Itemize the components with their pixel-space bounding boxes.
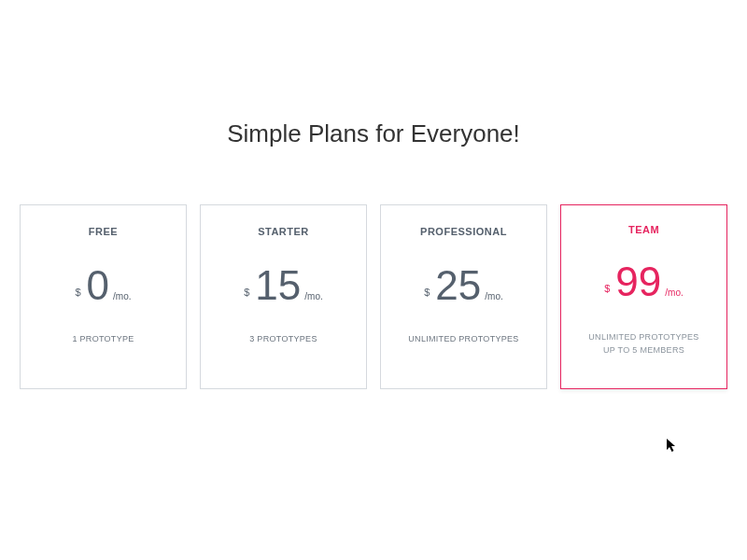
price-amount: 0 [87, 265, 109, 306]
page-title: Simple Plans for Everyone! [19, 119, 728, 148]
plan-feature: UNLIMITED PROTOTYPES [390, 332, 537, 345]
price-amount: 25 [435, 265, 481, 306]
plan-feature: UNLIMITED PROTOTYPES [571, 330, 717, 343]
plan-name: TEAM [571, 224, 717, 235]
plan-name: PROFESSIONAL [390, 226, 537, 237]
plan-price: $ 25 /mo. [390, 265, 537, 306]
plan-price: $ 0 /mo. [30, 265, 176, 306]
price-amount: 99 [615, 261, 661, 302]
currency-symbol: $ [424, 287, 430, 298]
plan-feature: UP TO 5 MEMBERS [571, 343, 717, 357]
plan-feature: 1 PROTOTYPE [30, 332, 176, 345]
plan-card-starter[interactable]: STARTER $ 15 /mo. 3 PROTOTYPES [200, 204, 367, 389]
currency-symbol: $ [75, 287, 80, 298]
plan-price: $ 99 /mo. [571, 261, 717, 302]
price-period: /mo. [113, 291, 131, 301]
price-period: /mo. [485, 291, 502, 301]
price-amount: 15 [255, 265, 301, 306]
plan-card-team[interactable]: TEAM $ 99 /mo. UNLIMITED PROTOTYPES UP T… [560, 204, 727, 389]
plan-card-free[interactable]: FREE $ 0 /mo. 1 PROTOTYPE [20, 204, 187, 389]
price-period: /mo. [665, 287, 683, 298]
plan-feature: 3 PROTOTYPES [210, 332, 357, 345]
price-period: /mo. [304, 291, 322, 301]
plan-name: FREE [30, 226, 176, 237]
plan-card-professional[interactable]: PROFESSIONAL $ 25 /mo. UNLIMITED PROTOTY… [380, 204, 547, 389]
cursor-icon [667, 439, 678, 456]
plan-price: $ 15 /mo. [210, 265, 357, 306]
currency-symbol: $ [244, 287, 249, 298]
currency-symbol: $ [604, 283, 610, 294]
plans-row: FREE $ 0 /mo. 1 PROTOTYPE STARTER $ 15 /… [19, 204, 728, 389]
plan-name: STARTER [210, 226, 357, 237]
